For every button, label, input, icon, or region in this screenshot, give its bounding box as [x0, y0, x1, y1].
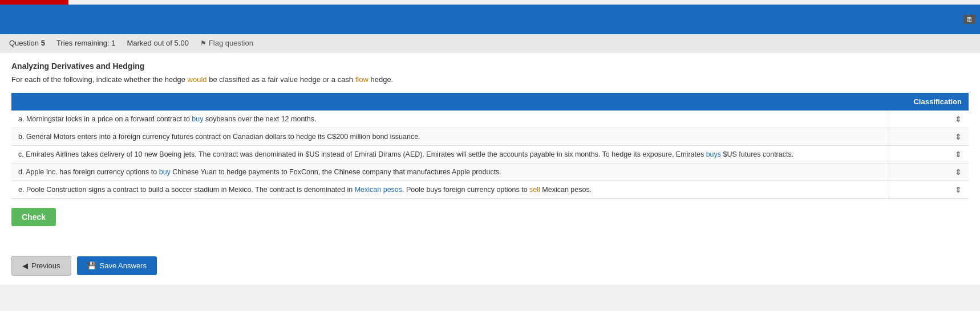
check-button[interactable]: Check [11, 208, 56, 226]
question-number: 5 [41, 39, 45, 47]
classification-table: Classification a. Morningstar locks in a… [11, 93, 969, 199]
content-area: Analyzing Derivatives and Hedging For ea… [0, 52, 980, 285]
marked-out-of: Marked out of 5.00 [127, 39, 188, 47]
flag-label: Flag question [209, 39, 253, 47]
classification-cell-e: ⇕ [889, 181, 969, 199]
save-answers-label: Save Answers [100, 261, 147, 270]
statement-d: d. Apple Inc. has foreign currency optio… [11, 163, 889, 181]
save-icon: 💾 [87, 261, 96, 270]
table-row: e. Poole Construction signs a contract t… [11, 181, 969, 199]
previous-icon: ◀ [22, 261, 28, 270]
table-row: b. General Motors enters into a foreign … [11, 128, 969, 146]
dropdown-arrows-e[interactable]: ⇕ [955, 185, 962, 194]
classification-cell-c: ⇕ [889, 146, 969, 163]
bottom-navigation: ◀ Previous 💾 Save Answers [11, 256, 969, 276]
statement-e: e. Poole Construction signs a contract t… [11, 181, 889, 199]
dropdown-arrows-a[interactable]: ⇕ [955, 114, 962, 124]
table-row: d. Apple Inc. has foreign currency optio… [11, 163, 969, 181]
blue-header: 🖹 [0, 5, 980, 34]
question-instruction: For each of the following, indicate whet… [11, 75, 969, 84]
previous-label: Previous [31, 261, 60, 270]
classification-column-header: Classification [889, 93, 969, 111]
statement-b: b. General Motors enters into a foreign … [11, 128, 889, 146]
flag-question-link[interactable]: ⚑ Flag question [200, 39, 253, 47]
classification-cell-d: ⇕ [889, 163, 969, 181]
statement-column-header [11, 93, 889, 111]
dropdown-arrows-d[interactable]: ⇕ [955, 167, 962, 177]
previous-button[interactable]: ◀ Previous [11, 256, 71, 276]
save-answers-button[interactable]: 💾 Save Answers [77, 256, 157, 275]
question-title: Analyzing Derivatives and Hedging [11, 62, 969, 71]
tries-remaining: Tries remaining: 1 [56, 39, 116, 47]
question-label: Question 5 [9, 39, 45, 47]
classification-cell-b: ⇕ [889, 128, 969, 146]
header-icon: 🖹 [963, 15, 975, 24]
statement-a: a. Morningstar locks in a price on a for… [11, 111, 889, 128]
dropdown-arrows-c[interactable]: ⇕ [955, 150, 962, 159]
dropdown-arrows-b[interactable]: ⇕ [955, 132, 962, 141]
classification-cell-a: ⇕ [889, 111, 969, 128]
flag-icon: ⚑ [200, 39, 206, 47]
top-bar [0, 0, 68, 5]
table-row: a. Morningstar locks in a price on a for… [11, 111, 969, 128]
statement-c: c. Emirates Airlines takes delivery of 1… [11, 146, 889, 163]
table-row: c. Emirates Airlines takes delivery of 1… [11, 146, 969, 163]
question-meta-bar: Question 5 Tries remaining: 1 Marked out… [0, 34, 980, 52]
